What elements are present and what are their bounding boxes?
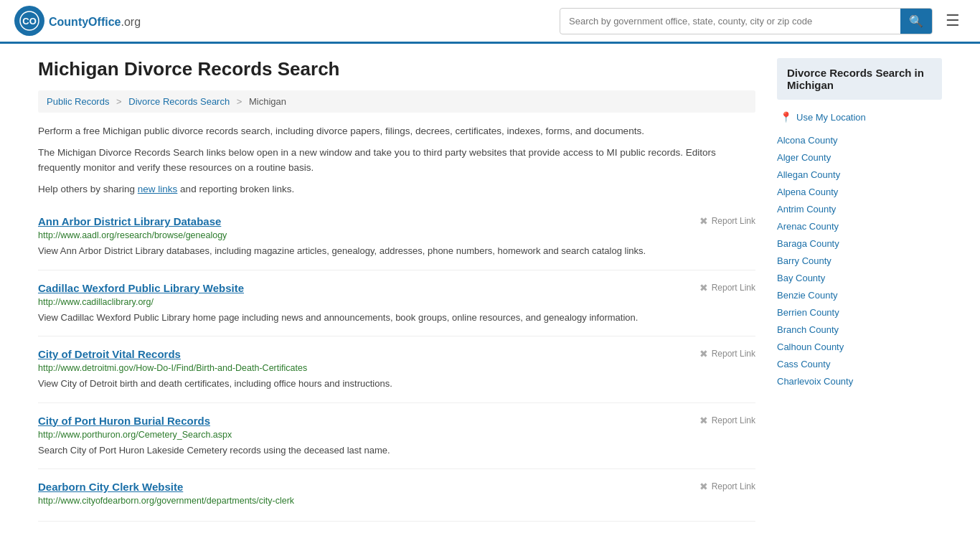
report-link-label-2: Report Link [712, 349, 755, 359]
breadcrumb-sep-1: > [116, 96, 122, 107]
result-title-2[interactable]: City of Detroit Vital Records [38, 348, 181, 360]
county-link-13[interactable]: Cass County [777, 359, 830, 369]
county-link-2[interactable]: Allegan County [777, 169, 840, 180]
report-link-1[interactable]: ✖ Report Link [699, 282, 755, 293]
sidebar-county-item-8: Bay County [777, 269, 942, 286]
result-url-1: http://www.cadillaclibrary.org/ [38, 297, 755, 307]
result-item: Cadillac Wexford Public Library Website … [38, 270, 755, 337]
county-link-4[interactable]: Antrim County [777, 204, 836, 215]
county-link-8[interactable]: Bay County [777, 273, 825, 283]
sidebar-county-item-13: Cass County [777, 355, 942, 372]
logo-text: CountyOffice.org [49, 13, 141, 29]
sidebar-county-item-0: Alcona County [777, 131, 942, 149]
results-container: Ann Arbor District Library Database ✖ Re… [38, 204, 755, 522]
sidebar: Divorce Records Search in Michigan 📍 Use… [777, 58, 942, 522]
county-link-1[interactable]: Alger County [777, 152, 831, 163]
result-desc-0: View Ann Arbor District Library database… [38, 244, 755, 258]
result-desc-2: View City of Detroit birth and death cer… [38, 377, 755, 391]
result-item: Ann Arbor District Library Database ✖ Re… [38, 204, 755, 270]
report-link-0[interactable]: ✖ Report Link [699, 215, 755, 227]
result-item: City of Port Huron Burial Records ✖ Repo… [38, 403, 755, 470]
result-desc-3: Search City of Port Huron Lakeside Cemet… [38, 443, 755, 458]
report-link-label-3: Report Link [712, 415, 755, 425]
search-input[interactable] [560, 10, 900, 32]
sidebar-county-item-11: Branch County [777, 321, 942, 338]
result-header-2: City of Detroit Vital Records ✖ Report L… [38, 348, 755, 360]
report-icon-0: ✖ [699, 215, 708, 227]
sidebar-county-item-14: Charlevoix County [777, 372, 942, 390]
sidebar-county-item-2: Allegan County [777, 166, 942, 183]
breadcrumb-divorce-records[interactable]: Divorce Records Search [128, 96, 230, 107]
county-link-9[interactable]: Benzie County [777, 290, 838, 301]
sidebar-county-item-4: Antrim County [777, 200, 942, 217]
result-item: City of Detroit Vital Records ✖ Report L… [38, 336, 755, 403]
county-list: Alcona CountyAlger CountyAllegan CountyA… [777, 131, 942, 390]
intro-paragraph-2: The Michigan Divorce Records Search link… [38, 146, 755, 175]
sidebar-title: Divorce Records Search in Michigan [777, 58, 942, 100]
county-link-14[interactable]: Charlevoix County [777, 376, 853, 387]
logo-icon: CO [14, 6, 44, 36]
breadcrumb-sep-2: > [237, 96, 242, 107]
county-link-0[interactable]: Alcona County [777, 135, 838, 146]
result-header-4: Dearborn City Clerk Website ✖ Report Lin… [38, 481, 755, 493]
sidebar-county-item-9: Benzie County [777, 286, 942, 303]
county-link-6[interactable]: Baraga County [777, 238, 839, 249]
report-link-label-4: Report Link [712, 481, 755, 491]
sidebar-county-item-10: Berrien County [777, 303, 942, 321]
report-link-label-0: Report Link [712, 216, 755, 226]
header-right: 🔍 ☰ [560, 8, 966, 34]
result-url-2: http://www.detroitmi.gov/How-Do-I/Find/B… [38, 363, 755, 373]
result-title-0[interactable]: Ann Arbor District Library Database [38, 215, 221, 227]
logo-area: CO CountyOffice.org [14, 6, 141, 36]
search-icon: 🔍 [909, 15, 923, 27]
new-links-link[interactable]: new links [138, 184, 178, 194]
result-desc-1: View Cadillac Wexford Public Library hom… [38, 311, 755, 325]
search-bar: 🔍 [560, 8, 933, 34]
result-item: Dearborn City Clerk Website ✖ Report Lin… [38, 469, 755, 522]
main-container: Michigan Divorce Records Search Public R… [24, 44, 956, 536]
page-title: Michigan Divorce Records Search [38, 58, 755, 80]
result-url-4: http://www.cityofdearborn.org/government… [38, 496, 755, 506]
report-link-2[interactable]: ✖ Report Link [699, 348, 755, 359]
sidebar-county-item-3: Alpena County [777, 183, 942, 200]
result-header-3: City of Port Huron Burial Records ✖ Repo… [38, 415, 755, 427]
report-icon-1: ✖ [699, 282, 708, 293]
sidebar-county-item-5: Arenac County [777, 217, 942, 235]
intro-paragraph-3: Help others by sharing new links and rep… [38, 182, 755, 197]
county-link-10[interactable]: Berrien County [777, 307, 839, 318]
breadcrumb: Public Records > Divorce Records Search … [38, 90, 755, 113]
result-url-0: http://www.aadl.org/research/browse/gene… [38, 230, 755, 240]
report-link-3[interactable]: ✖ Report Link [699, 415, 755, 426]
county-link-3[interactable]: Alpena County [777, 187, 838, 197]
svg-text:CO: CO [22, 16, 37, 27]
sidebar-county-item-6: Baraga County [777, 235, 942, 252]
sidebar-county-item-12: Calhoun County [777, 338, 942, 355]
breadcrumb-michigan: Michigan [249, 96, 286, 107]
intro-paragraph-1: Perform a free Michigan public divorce r… [38, 124, 755, 138]
search-button[interactable]: 🔍 [900, 9, 932, 34]
report-link-label-1: Report Link [712, 283, 755, 293]
content-area: Michigan Divorce Records Search Public R… [38, 58, 755, 522]
menu-button[interactable]: ☰ [940, 9, 966, 33]
county-link-5[interactable]: Arenac County [777, 221, 839, 232]
sidebar-county-item-7: Barry County [777, 252, 942, 269]
sidebar-county-item-1: Alger County [777, 149, 942, 166]
result-header-1: Cadillac Wexford Public Library Website … [38, 282, 755, 294]
header: CO CountyOffice.org 🔍 ☰ [0, 0, 980, 44]
location-icon: 📍 [780, 111, 792, 123]
county-link-11[interactable]: Branch County [777, 324, 839, 335]
result-title-1[interactable]: Cadillac Wexford Public Library Website [38, 282, 244, 294]
report-icon-2: ✖ [699, 348, 708, 359]
result-header-0: Ann Arbor District Library Database ✖ Re… [38, 215, 755, 227]
report-link-4[interactable]: ✖ Report Link [699, 481, 755, 492]
result-title-3[interactable]: City of Port Huron Burial Records [38, 415, 210, 427]
result-url-3: http://www.porthuron.org/Cemetery_Search… [38, 430, 755, 440]
report-icon-3: ✖ [699, 415, 708, 426]
breadcrumb-public-records[interactable]: Public Records [47, 96, 109, 107]
county-link-7[interactable]: Barry County [777, 255, 831, 266]
county-link-12[interactable]: Calhoun County [777, 342, 844, 352]
result-title-4[interactable]: Dearborn City Clerk Website [38, 481, 183, 493]
report-icon-4: ✖ [699, 481, 708, 492]
hamburger-icon: ☰ [946, 11, 960, 29]
use-my-location[interactable]: 📍 Use My Location [777, 107, 942, 127]
